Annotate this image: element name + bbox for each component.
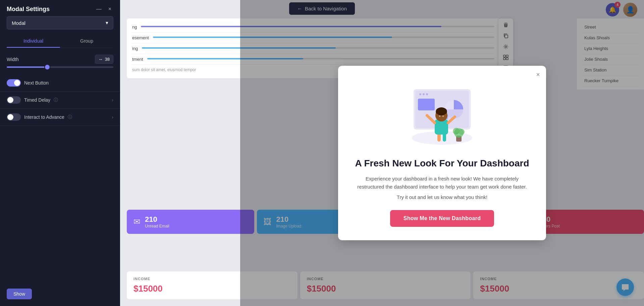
stat-card-email: ✉ 210 Unread Email — [127, 210, 254, 234]
svg-point-27 — [442, 115, 444, 117]
next-button-label: Next Button — [24, 80, 49, 86]
width-arrow-icon: ↔ — [99, 57, 103, 62]
minimize-button[interactable]: — — [94, 5, 104, 13]
svg-point-10 — [423, 93, 425, 95]
interact-advance-label: Interact to Advance — [24, 114, 64, 120]
timed-delay-info-icon[interactable]: ⓘ — [54, 97, 58, 103]
svg-point-30 — [453, 128, 460, 135]
width-value: 38 — [105, 57, 110, 62]
dashboard-background: Street Kulas Shoals Lyla Heights Jolie S… — [120, 0, 644, 306]
svg-rect-14 — [419, 99, 434, 109]
timed-delay-chevron-icon[interactable]: › — [112, 97, 113, 103]
dropdown-selected-value: Modal — [12, 20, 25, 26]
timed-delay-knob — [7, 97, 13, 103]
svg-point-9 — [419, 93, 421, 95]
panel-controls: — × — [94, 5, 113, 13]
timed-delay-toggle[interactable] — [7, 96, 21, 104]
width-slider-track[interactable] — [7, 66, 113, 68]
width-section: Width ↔ 38 — [0, 48, 120, 74]
toggle-left-interact: Interact to Advance ⓘ — [7, 113, 72, 121]
toggle-left-timed: Timed Delay ⓘ — [7, 96, 58, 104]
timed-delay-row: Timed Delay ⓘ › — [0, 92, 120, 109]
tab-group[interactable]: Group — [60, 35, 113, 48]
next-button-toggle-row: Next Button — [0, 74, 120, 92]
svg-point-31 — [459, 129, 465, 135]
show-button[interactable]: Show — [7, 289, 32, 299]
interact-advance-knob — [7, 114, 13, 120]
show-new-dashboard-button[interactable]: Show Me the New Dashboard — [390, 210, 494, 227]
panel-title: Modal Settings — [7, 6, 50, 13]
tab-individual[interactable]: Individual — [7, 35, 60, 48]
stat-number: 210 — [145, 215, 169, 224]
modal-box: × — [338, 66, 546, 241]
modal-overlay: × — [240, 0, 644, 306]
modal-sub-description: Try it out and let us know what you thin… — [355, 194, 529, 200]
dropdown-chevron-icon: ▾ — [106, 20, 108, 26]
interact-advance-row: Interact to Advance ⓘ › — [0, 109, 120, 126]
width-label: Width ↔ 38 — [7, 55, 113, 64]
toggle-left: Next Button — [7, 79, 49, 87]
width-value-box: ↔ 38 — [95, 55, 113, 64]
modal-illustration — [405, 79, 479, 150]
svg-point-11 — [426, 93, 428, 95]
next-button-toggle[interactable] — [7, 79, 21, 87]
panel-header: Modal Settings — × — [0, 0, 120, 16]
svg-point-26 — [439, 115, 440, 117]
left-panel: Modal Settings — × Modal ▾ Individual Gr… — [0, 0, 120, 306]
email-icon: ✉ — [133, 217, 140, 226]
interact-advance-info-icon[interactable]: ⓘ — [68, 114, 72, 120]
svg-rect-21 — [435, 119, 448, 135]
interact-advance-chevron-icon[interactable]: › — [112, 114, 113, 120]
modal-description: Experience your dashboard in a fresh new… — [355, 175, 529, 191]
modal-title: A Fresh New Look For Your Dashboard — [355, 158, 529, 169]
timed-delay-label: Timed Delay — [24, 97, 50, 103]
modal-close-button[interactable]: × — [536, 71, 540, 78]
width-slider-thumb[interactable] — [45, 65, 50, 69]
stat-label: Unread Email — [145, 224, 169, 228]
close-panel-button[interactable]: × — [106, 5, 113, 13]
toggle-knob — [14, 80, 20, 86]
tabs-row: Individual Group — [7, 35, 113, 48]
interact-advance-toggle[interactable] — [7, 113, 21, 121]
modal-type-dropdown[interactable]: Modal ▾ — [7, 16, 113, 30]
